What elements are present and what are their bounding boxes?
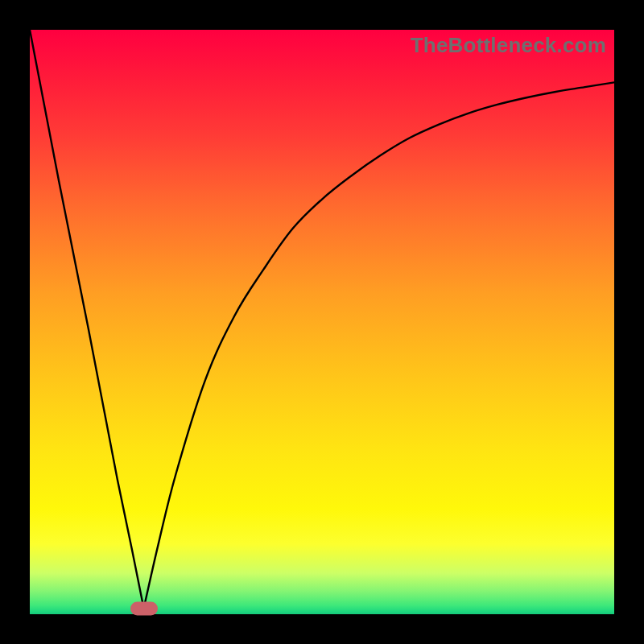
chart-curve [30, 30, 614, 614]
chart-plot-area: TheBottleneck.com [30, 30, 614, 614]
right-branch-path [144, 82, 614, 608]
outer-frame: TheBottleneck.com [0, 0, 644, 644]
left-branch-path [30, 30, 144, 609]
minimum-marker [130, 601, 158, 615]
